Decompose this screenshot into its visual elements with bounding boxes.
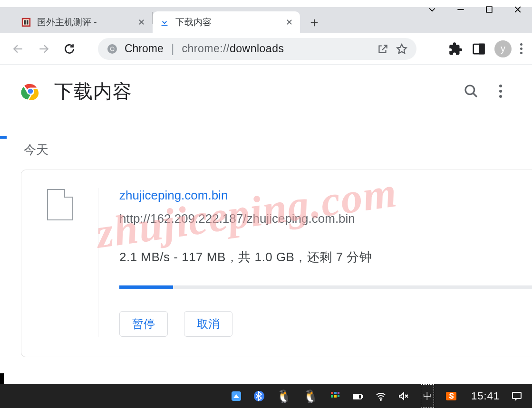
app-icon[interactable]: [231, 384, 242, 408]
file-icon-area: [21, 188, 98, 337]
decoration: [0, 136, 7, 139]
svg-rect-31: [362, 396, 363, 398]
page-title: 下载内容: [54, 78, 132, 104]
close-icon[interactable]: ✕: [137, 18, 145, 27]
progress-bar: [119, 285, 532, 289]
section-today: 今天: [0, 118, 532, 170]
back-button[interactable]: [10, 40, 27, 57]
ime-indicator[interactable]: 中: [421, 384, 434, 408]
avatar-letter: y: [501, 43, 505, 54]
svg-point-33: [380, 399, 381, 400]
svg-rect-28: [338, 392, 339, 394]
svg-rect-3: [27, 20, 29, 24]
more-options-icon[interactable]: [493, 85, 508, 98]
sogou-icon[interactable]: [445, 384, 457, 408]
tab-title: 下载内容: [175, 16, 279, 28]
bluetooth-icon[interactable]: [253, 384, 265, 408]
tab-title: 国外主机测评 -: [37, 16, 131, 28]
cancel-button[interactable]: 取消: [184, 311, 232, 337]
reload-button[interactable]: [61, 40, 78, 57]
svg-rect-16: [480, 44, 484, 54]
progress-fill: [119, 285, 173, 289]
svg-line-21: [473, 93, 477, 97]
svg-rect-26: [331, 395, 333, 398]
decoration: [0, 373, 4, 384]
download-item: zhujiceping.com.bin http://162.209.222.1…: [21, 170, 532, 357]
tab-strip: 国外主机测评 - ✕ 下载内容 ✕ ＋: [0, 7, 532, 33]
share-icon[interactable]: [377, 43, 389, 55]
download-status: 2.1 MB/s - 117 MB，共 1.0 GB，还剩 7 分钟: [119, 249, 532, 266]
omnibox-label: Chrome: [125, 42, 164, 55]
extensions-icon[interactable]: [449, 42, 463, 56]
volume-muted-icon[interactable]: [398, 384, 409, 408]
close-icon[interactable]: ✕: [285, 18, 293, 27]
clock[interactable]: 15:41: [471, 390, 500, 402]
section-label: 今天: [24, 142, 508, 158]
new-tab-button[interactable]: ＋: [305, 13, 324, 32]
close-window-button[interactable]: [503, 0, 532, 26]
qq-icon[interactable]: 🐧: [303, 384, 318, 408]
svg-point-20: [465, 85, 474, 95]
search-icon[interactable]: [464, 84, 479, 99]
battery-icon[interactable]: [352, 384, 364, 408]
svg-marker-34: [399, 393, 404, 399]
omnibox-url: chrome://downloads: [182, 42, 284, 55]
svg-rect-29: [338, 395, 339, 397]
ime-text: 中: [423, 390, 432, 402]
forward-button[interactable]: [35, 40, 52, 57]
tabs-dropdown-icon[interactable]: [418, 0, 446, 26]
chrome-menu-icon[interactable]: [520, 43, 522, 54]
svg-rect-27: [334, 395, 337, 398]
svg-rect-24: [331, 392, 333, 394]
svg-rect-32: [354, 395, 358, 398]
svg-rect-5: [486, 7, 492, 12]
pause-button[interactable]: 暂停: [119, 311, 168, 337]
download-url: http://162.209.222.187/zhujiceping.com.b…: [119, 211, 532, 226]
svg-point-12: [111, 47, 114, 50]
svg-rect-2: [24, 20, 26, 24]
file-icon: [47, 189, 73, 220]
svg-rect-38: [513, 392, 521, 399]
download-icon: [159, 17, 170, 28]
chrome-icon: [106, 43, 118, 55]
profile-avatar[interactable]: y: [494, 40, 512, 57]
download-filename[interactable]: zhujiceping.com.bin: [119, 188, 532, 203]
address-bar[interactable]: Chrome | chrome://downloads: [98, 38, 416, 60]
color-grid-icon[interactable]: [329, 384, 341, 408]
wifi-icon[interactable]: [375, 384, 387, 408]
notifications-icon[interactable]: [511, 384, 522, 408]
svg-rect-25: [334, 392, 337, 394]
toolbar: Chrome | chrome://downloads y: [0, 33, 532, 65]
svg-marker-13: [397, 44, 406, 53]
maximize-button[interactable]: [475, 0, 503, 26]
side-panel-icon[interactable]: [472, 42, 486, 56]
minimize-button[interactable]: [446, 0, 475, 26]
downloads-header: 下载内容: [0, 65, 532, 118]
window-controls: [418, 0, 532, 26]
bookmark-icon[interactable]: [396, 43, 408, 55]
chrome-logo-icon: [21, 82, 40, 101]
favicon-inactive: [21, 17, 31, 28]
taskbar: 🐧 🐧 中 15:41: [0, 384, 532, 408]
qq-icon[interactable]: 🐧: [276, 384, 291, 408]
svg-point-19: [28, 89, 33, 94]
tab-active[interactable]: 下载内容 ✕: [153, 11, 300, 33]
separator: |: [171, 41, 174, 56]
tab-inactive[interactable]: 国外主机测评 - ✕: [14, 11, 152, 33]
